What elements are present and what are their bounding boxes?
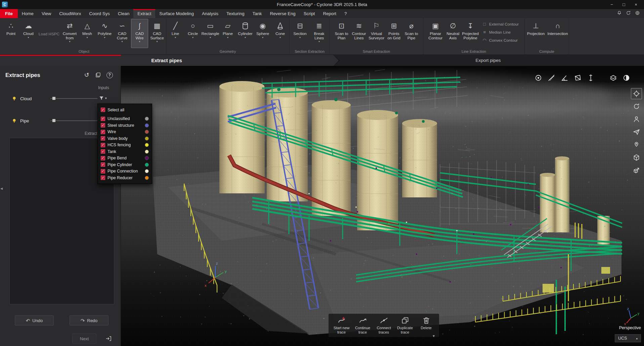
ribbon-cylinder-button[interactable]: Cylinder▾: [237, 19, 254, 48]
close-button[interactable]: ×: [630, 0, 642, 9]
ribbon-section-button[interactable]: ⊟Section▾: [291, 19, 309, 48]
ucs-selector[interactable]: UCS ▴: [615, 334, 641, 342]
cloud-class-filter-button[interactable]: ▾: [99, 95, 107, 101]
ribbon-contour-lines-button[interactable]: ≋Contour Lines: [350, 19, 368, 48]
ribbon-line-button[interactable]: ╱Line▾: [167, 19, 184, 48]
filter-class-pipe-cylinder[interactable]: ✓Pipe Cylinder: [98, 161, 152, 168]
filter-class-tank[interactable]: ✓Tank: [98, 148, 152, 155]
workflow-step-extract-pipes[interactable]: Extract pipes: [0, 55, 333, 66]
ribbon-point-button[interactable]: ∴Point: [2, 19, 19, 48]
bell-button[interactable]: [617, 10, 622, 17]
ribbon-cone-button[interactable]: Cone▾: [272, 19, 289, 48]
menu-extract[interactable]: Extract: [133, 9, 155, 18]
export-window-button[interactable]: [92, 70, 104, 80]
viewport-3d[interactable]: z y x Start new traceContinue traceConne…: [121, 66, 644, 346]
ribbon-convex-contour-button[interactable]: ◠Convex Contour: [481, 37, 520, 44]
menu-analysis[interactable]: Analysis: [198, 9, 222, 18]
pipe-opacity-slider[interactable]: [50, 117, 97, 124]
filter-class-steel-structure[interactable]: ✓Steel structure: [98, 122, 152, 129]
ribbon-projected-polyline-button[interactable]: ↧Projected Polyline: [462, 19, 479, 48]
ribbon-projection-button[interactable]: ⊥Projection: [525, 19, 547, 48]
filter-class-valve-body[interactable]: ✓Valve body: [98, 135, 152, 142]
measure-angle-tool-button[interactable]: [560, 73, 569, 82]
ribbon-median-line-button[interactable]: ≡Median Line: [481, 29, 520, 36]
target-tool-button[interactable]: [534, 73, 543, 82]
menu-coord-sys[interactable]: Coord Sys: [85, 9, 114, 18]
ribbon-mesh-button[interactable]: △Mesh▾: [79, 19, 96, 48]
fly-view-button[interactable]: [631, 126, 642, 138]
connect-traces-button[interactable]: Connect traces: [374, 316, 394, 335]
ribbon-polyline-button[interactable]: ∿Polyline▾: [96, 19, 113, 48]
ribbon-cloud-button[interactable]: ☁Cloud▾: [20, 19, 37, 48]
redo-button[interactable]: ↷ Redo: [70, 315, 109, 325]
continue-trace-button[interactable]: Continue trace: [353, 316, 373, 335]
slider-track[interactable]: [50, 120, 97, 121]
filter-class-unclassified[interactable]: ✓Unclassified: [98, 116, 152, 122]
cube-view-button[interactable]: [631, 152, 642, 163]
checkbox-checked[interactable]: ✓: [101, 169, 105, 174]
measure-height-tool-button[interactable]: [586, 73, 595, 82]
ribbon-break-lines-button[interactable]: ≣Break Lines▾: [310, 19, 329, 48]
cube-arrow-view-button[interactable]: [631, 165, 642, 176]
filter-class-pipe-connection[interactable]: ✓Pipe Connection: [98, 168, 152, 175]
ribbon-planar-contour-button[interactable]: ▣Planar Contour: [427, 19, 444, 48]
filter-class-hcs-fencing[interactable]: ✓HCS fencing: [98, 142, 152, 149]
checkbox-checked[interactable]: ✓: [101, 123, 105, 127]
ribbon-neutral-axis-button[interactable]: ∅Neutral Axis: [444, 19, 462, 48]
ribbon-external-contour-button[interactable]: □External Contour: [481, 21, 520, 28]
measure-distance-tool-button[interactable]: [547, 73, 556, 82]
checkbox-checked[interactable]: ✓: [101, 130, 105, 134]
trace-toolbar-collapse-button[interactable]: ▾: [433, 334, 435, 338]
checkbox-checked[interactable]: ✓: [101, 162, 105, 167]
menu-cloudworx[interactable]: CloudWorx: [55, 9, 85, 18]
filter-class-pipe-reducer[interactable]: ✓Pipe Reducer: [98, 175, 152, 181]
ribbon-intersection-button[interactable]: ∩Intersection: [547, 19, 568, 48]
ribbon-convert-from-button[interactable]: ⇄Convert from▾: [61, 19, 78, 48]
pin-view-button[interactable]: [631, 139, 642, 150]
menu-reverse-eng[interactable]: Reverse Eng: [266, 9, 299, 18]
menu-tank[interactable]: Tank: [249, 9, 266, 18]
shade-tool-button[interactable]: [622, 73, 631, 82]
menu-surface-modeling[interactable]: Surface Modeling: [155, 9, 198, 18]
menu-report[interactable]: Report: [319, 9, 340, 18]
ribbon-circle-button[interactable]: ○Circle▾: [184, 19, 202, 48]
slider-thumb[interactable]: [52, 119, 55, 122]
ribbon-scan-to-pipe-button[interactable]: ⌀Scan to Pipe: [403, 19, 420, 48]
menu-clean[interactable]: Clean: [114, 9, 133, 18]
globe-button[interactable]: [635, 10, 640, 17]
filter-class-pipe-bend[interactable]: ✓Pipe Bend: [98, 155, 152, 162]
menu-file[interactable]: File: [0, 9, 18, 18]
ribbon-cad-curve-button[interactable]: ∽CAD Curve▾: [114, 19, 131, 48]
point-cloud-scene[interactable]: z y x: [121, 66, 644, 346]
measure-area-tool-button[interactable]: [573, 73, 582, 82]
help-button[interactable]: ?: [104, 70, 115, 80]
checkbox-checked[interactable]: ✓: [101, 149, 105, 154]
checkbox-checked[interactable]: ✓: [101, 117, 105, 121]
cloud-opacity-slider[interactable]: [50, 95, 97, 102]
history-button[interactable]: ↺: [81, 70, 92, 80]
clip-tool-button[interactable]: [609, 73, 617, 82]
ribbon-points-on-grid-button[interactable]: ⊞Points on Grid: [385, 19, 402, 48]
workflow-step-export-pipes[interactable]: Export pipes: [463, 55, 513, 66]
ribbon-scan-to-plan-button[interactable]: ⊡Scan to Plan: [333, 19, 350, 48]
ribbon-cad-surface-button[interactable]: ▦CAD Surface▾: [148, 19, 166, 48]
ribbon-cad-wire-button[interactable]: ∫CAD Wire▾: [131, 19, 148, 48]
sync-button[interactable]: [626, 10, 631, 17]
checkbox-checked[interactable]: ✓: [101, 143, 105, 147]
filter-select-all[interactable]: ✓Select all: [98, 107, 152, 113]
next-button[interactable]: Next: [72, 334, 96, 344]
filter-class-wire[interactable]: ✓Wire: [98, 129, 152, 136]
menu-home[interactable]: Home: [18, 9, 38, 18]
ribbon-load-hspc-button[interactable]: Load HSPC: [37, 19, 61, 48]
ribbon-virtual-surveyor-button[interactable]: ⚐Virtual Surveyor: [368, 19, 385, 48]
checkbox-checked[interactable]: ✓: [101, 176, 105, 180]
checkbox-checked[interactable]: ✓: [101, 108, 105, 112]
duplicate-trace-button[interactable]: Duplicate trace: [395, 316, 415, 335]
orbit-view-button[interactable]: [631, 88, 642, 99]
menu-texturing[interactable]: Texturing: [222, 9, 249, 18]
ribbon-rectangle-button[interactable]: ▭Rectangle▾: [202, 19, 219, 48]
slider-thumb[interactable]: [52, 97, 55, 100]
delete-button[interactable]: Delete: [416, 316, 436, 335]
checkbox-checked[interactable]: ✓: [101, 136, 105, 141]
person-view-button[interactable]: [631, 114, 642, 125]
